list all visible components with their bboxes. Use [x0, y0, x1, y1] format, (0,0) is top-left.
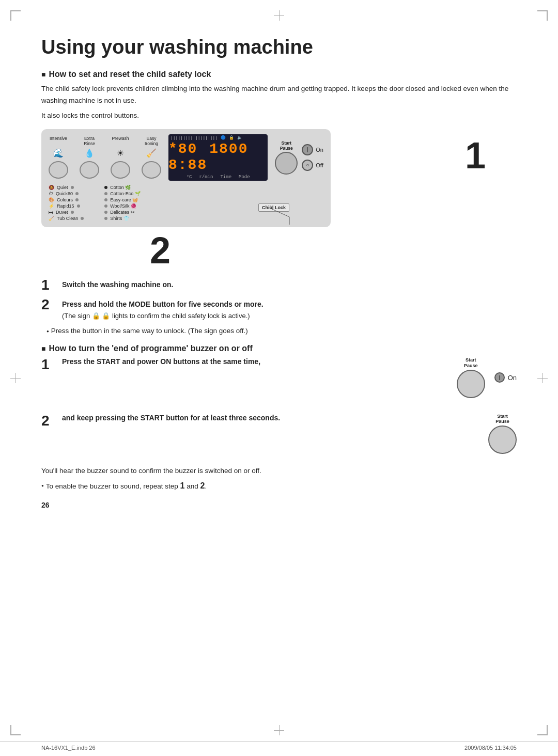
start-pause-button[interactable]	[275, 152, 298, 175]
diagram-number-1: 1	[465, 134, 486, 177]
prog-colours: 🎨 Colours	[49, 197, 84, 202]
btn-extra-rinse[interactable]	[80, 161, 99, 179]
child-lock-label: Child Lock	[258, 203, 289, 212]
prog-quiet: 🔕 Quiet	[49, 185, 84, 190]
prog-easy-care: Easy-care 🧺	[104, 197, 141, 202]
program-list-area: 🔕 Quiet ⏱ Quick60 🎨 Colours ⚡ Rapid15 🛏 …	[49, 185, 323, 221]
prog-delicates: Delicates ✂	[104, 210, 141, 215]
prog-duvet: 🛏 Duvet	[49, 210, 84, 215]
btn-prewash[interactable]	[111, 161, 130, 179]
icon-intensive: 🌊	[49, 148, 68, 158]
buzzer1-sp-btn[interactable]	[457, 370, 485, 398]
prog-cotton-eco: Cotton-Eco 🌱	[104, 191, 141, 196]
prog-shirts: Shirts 👕	[104, 216, 141, 221]
buzzer-step1-text: Press the START and power ON buttons at …	[62, 357, 260, 366]
buzzer-step2-content: and keep pressing the START button for a…	[62, 414, 478, 422]
buzzer-step1: 1 Press the START and power ON buttons a…	[41, 357, 517, 398]
bottom-bar: NA-16VX1_E.indb 26 2009/08/05 11:34:05	[0, 741, 558, 751]
buzzer-step2-number: 2	[41, 414, 57, 428]
display-label-temp: °C	[187, 175, 192, 180]
step2-sub: (The sign 🔒 🔒 lights to confirm the chil…	[62, 312, 250, 320]
buzzer1-on-label: On	[508, 374, 517, 382]
on-label: On	[316, 147, 323, 153]
prog-quick60: ⏱ Quick60	[49, 191, 84, 196]
start-pause-label: StartPause	[280, 140, 293, 151]
display-rpm: 1800	[209, 141, 248, 157]
prog-tubclean: 🧹 Tub Clean	[49, 216, 84, 221]
section1-para1: The child safety lock prevents children …	[41, 83, 517, 107]
buzzer1-on-area: | On	[494, 372, 517, 383]
off-icon[interactable]: ○	[302, 160, 313, 171]
footer-bullet: To enable the buzzer to sound, repeat st…	[41, 481, 517, 491]
btn-easy-ironing[interactable]	[142, 161, 161, 179]
display-label-mode: Mode	[239, 175, 250, 180]
step2-strong: Press and hold the MODE button for five …	[62, 300, 264, 308]
btn-intensive[interactable]	[49, 161, 68, 179]
btn-label-prewash: Prewash	[111, 136, 130, 146]
buzzer-step2-text: and keep pressing the START button for a…	[62, 414, 280, 422]
display-label-rpm: r/min	[199, 175, 213, 180]
footer-note1: You'll hear the buzzer sound to confirm …	[41, 465, 517, 477]
washing-machine-panel: Intensive Extra Rinse Prewash Easy Ironi…	[41, 129, 331, 227]
footer-left: NA-16VX1_E.indb 26	[41, 745, 96, 751]
step1-strong: Switch the washing machine on.	[62, 280, 173, 289]
page-title: Using your washing machine	[41, 36, 517, 58]
step1-row: 1 Switch the washing machine on.	[41, 278, 517, 292]
display-temp: *80	[168, 141, 197, 157]
footer-bullet-text: To enable the buzzer to sound, repeat st…	[46, 481, 207, 491]
child-lock-steps: 1 Switch the washing machine on. 2 Press…	[41, 278, 517, 322]
display-time: 8:88	[168, 157, 207, 173]
step2-row: 2 Press and hold the MODE button for fiv…	[41, 297, 517, 322]
footer-right: 2009/08/05 11:34:05	[464, 745, 517, 751]
step1-number: 1	[41, 278, 57, 292]
icon-prewash: ☀	[111, 148, 130, 158]
program-right-col: Cotton 🌿 Cotton-Eco 🌱 Easy-care 🧺 Wool/S…	[104, 185, 141, 221]
buzzer-step1-content: Press the START and power ON buttons at …	[62, 357, 446, 366]
buzzer2-sp-label: StartPause	[495, 414, 509, 425]
section1-para2: It also locks the control buttons.	[41, 110, 517, 122]
step2-text: Press and hold the MODE button for five …	[62, 297, 517, 322]
page-number: 26	[41, 501, 517, 509]
program-left-col: 🔕 Quiet ⏱ Quick60 🎨 Colours ⚡ Rapid15 🛏 …	[49, 185, 84, 221]
btn-label-extra-rinse: Extra Rinse	[80, 136, 99, 146]
buzzer-step1-number: 1	[41, 357, 57, 372]
prog-rapid15: ⚡ Rapid15	[49, 203, 84, 209]
prog-cotton: Cotton 🌿	[104, 185, 141, 190]
btn-label-intensive: Intensive	[49, 136, 68, 146]
buzzer-section: How to turn the 'end of programme' buzze…	[41, 344, 517, 491]
panel-display: ||||||||||||||||||| 🔵🔒🔈 *80 1800 8:88 °C…	[168, 134, 268, 181]
step2-number: 2	[41, 297, 57, 312]
off-label: Off	[316, 162, 323, 168]
on-icon[interactable]: |	[302, 144, 313, 155]
child-lock-bullet: Press the button in the same way to unlo…	[47, 327, 517, 335]
step-inline-2: 2	[200, 481, 205, 490]
section1-heading: How to set and reset the child safety lo…	[41, 70, 517, 79]
on-button-area: | On	[302, 144, 323, 155]
icon-easy-ironing: 🧹	[142, 148, 161, 158]
buzzer1-on-icon[interactable]: |	[494, 372, 505, 383]
btn-label-easy-ironing: Easy Ironing	[142, 136, 161, 146]
step1-text: Switch the washing machine on.	[62, 278, 517, 290]
display-label-time: Time	[220, 175, 231, 180]
off-button-area: ○ Off	[302, 160, 323, 171]
buzzer-step2: 2 and keep pressing the START button for…	[41, 414, 517, 454]
diagram-number-2: 2	[150, 229, 517, 272]
buzzer2-sp-btn[interactable]	[488, 426, 517, 454]
step-inline-1: 1	[180, 481, 185, 490]
section2-heading: How to turn the 'end of programme' buzze…	[41, 344, 517, 353]
display-main: *80 1800 8:88	[168, 141, 268, 173]
prog-wool-silk: Wool/Silk 🧶	[104, 203, 141, 209]
buzzer1-sp-label: StartPause	[464, 357, 478, 369]
icon-extra-rinse: 💧	[80, 148, 99, 158]
buzzer-step1-diagram: StartPause | On	[457, 357, 517, 398]
buzzer-step2-diagram: StartPause	[488, 414, 517, 454]
buzzer-steps-container: 1 Press the START and power ON buttons a…	[41, 357, 517, 454]
